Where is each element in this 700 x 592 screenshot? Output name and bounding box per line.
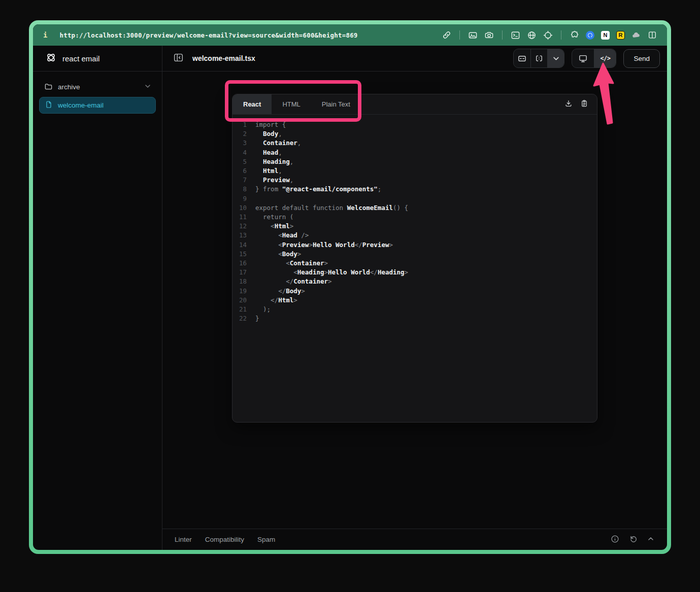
- code-line: 15 <Body>: [232, 250, 597, 259]
- code-line: 17 <Heading>Hello World</Heading>: [232, 268, 597, 277]
- code-line: 18 </Container>: [232, 277, 597, 286]
- code-line: 12 <Html>: [232, 222, 597, 231]
- sidebar-item-welcome-email[interactable]: welcome-email: [39, 97, 156, 114]
- viewport-controls-group: [513, 49, 564, 68]
- code-line: 4 Head,: [232, 148, 597, 157]
- chevron-up-icon[interactable]: [647, 535, 654, 544]
- status-bar-actions: [611, 535, 654, 545]
- viewport-width-button[interactable]: [514, 49, 530, 67]
- file-icon: [45, 100, 53, 110]
- code-line: 11 return (: [232, 213, 597, 222]
- code-line: 7 Preview,: [232, 176, 597, 185]
- code-panel-actions: [564, 94, 597, 114]
- split-view-icon[interactable]: [648, 30, 657, 40]
- react-email-app: react email archive welcome-email: [33, 46, 667, 550]
- code-line: 13 <Head />: [232, 231, 597, 240]
- code-line: 5 Heading,: [232, 157, 597, 166]
- page-title: welcome-email.tsx: [192, 54, 255, 62]
- info-icon: i: [43, 31, 47, 39]
- code-line: 9: [232, 194, 597, 203]
- source-code-panel: React HTML Plain Text 1import {2 Body,3 …: [232, 94, 597, 423]
- toolbar-divider: [459, 30, 460, 40]
- chevron-down-icon[interactable]: [145, 83, 151, 91]
- code-line: 2 Body,: [232, 129, 597, 138]
- address-url[interactable]: http://localhost:3000/preview/welcome-em…: [59, 31, 357, 39]
- sidebar: react email archive welcome-email: [33, 46, 162, 550]
- cloud-icon[interactable]: [631, 30, 641, 40]
- camera-icon[interactable]: [484, 30, 494, 40]
- code-line: 8} from "@react-email/components";: [232, 185, 597, 194]
- code-line: 20 </Html>: [232, 296, 597, 305]
- folder-icon: [44, 82, 53, 92]
- tab-spam[interactable]: Spam: [257, 536, 275, 543]
- preview-content: React HTML Plain Text 1import {2 Body,3 …: [162, 72, 667, 529]
- tab-linter[interactable]: Linter: [175, 536, 192, 543]
- collapse-sidebar-icon[interactable]: [173, 52, 184, 65]
- viewport-dimensions-button[interactable]: [530, 49, 547, 67]
- react-email-logo-icon: [45, 52, 57, 65]
- source-format-tabs: React HTML Plain Text: [232, 94, 597, 115]
- code-line: 3 Container,: [232, 138, 597, 148]
- code-editor[interactable]: 1import {2 Body,3 Container,4 Head,5 Hea…: [232, 115, 597, 422]
- terminal-icon[interactable]: [511, 30, 520, 40]
- code-lines: 1import {2 Body,3 Container,4 Head,5 Hea…: [232, 120, 597, 323]
- tabbar-spacer: [361, 94, 564, 114]
- notion-icon[interactable]: N: [601, 31, 610, 40]
- send-button-label: Send: [634, 55, 650, 62]
- code-line: 1import {: [232, 120, 597, 129]
- r-extension-icon[interactable]: R: [616, 31, 625, 40]
- screenshot-icon[interactable]: [468, 30, 478, 40]
- status-bar: Linter Compatibility Spam: [162, 529, 667, 550]
- onepassword-icon[interactable]: [586, 31, 594, 40]
- code-icon: </>: [600, 55, 610, 62]
- refresh-icon[interactable]: [629, 535, 638, 545]
- toolbar-divider: [502, 30, 503, 40]
- tab-plain-text[interactable]: Plain Text: [311, 94, 361, 114]
- tab-react[interactable]: React: [232, 94, 272, 114]
- sidebar-header: react email: [33, 46, 162, 72]
- window-frame: i http://localhost:3000/preview/welcome-…: [29, 20, 671, 554]
- browser-window: i http://localhost:3000/preview/welcome-…: [33, 24, 667, 550]
- browser-address-bar: i http://localhost:3000/preview/welcome-…: [33, 24, 667, 46]
- code-line: 10export default function WelcomeEmail()…: [232, 203, 597, 213]
- toolbar-divider: [561, 30, 561, 40]
- globe-icon[interactable]: [527, 30, 537, 40]
- code-line: 6 Html,: [232, 166, 597, 176]
- info-circle-icon[interactable]: [611, 535, 619, 545]
- desktop-view-button[interactable]: [572, 49, 594, 67]
- crosshair-icon[interactable]: [543, 30, 553, 40]
- code-line: 16 <Container>: [232, 259, 597, 268]
- send-button[interactable]: Send: [623, 49, 660, 68]
- sidebar-item-archive[interactable]: archive: [39, 79, 156, 95]
- code-line: 21 );: [232, 305, 597, 314]
- sidebar-item-label: welcome-email: [58, 101, 104, 109]
- view-mode-toggle-group: </>: [572, 49, 616, 68]
- brand-name: react email: [62, 54, 99, 63]
- code-line: 19 </Body>: [232, 287, 597, 296]
- code-line: 14 <Preview>Hello World</Preview>: [232, 240, 597, 250]
- sidebar-item-label: archive: [58, 83, 80, 91]
- viewport-dropdown-button[interactable]: [547, 49, 564, 67]
- sidebar-nav: archive welcome-email: [33, 72, 162, 121]
- link-icon[interactable]: [442, 30, 451, 40]
- copy-clipboard-icon[interactable]: [580, 99, 588, 110]
- main-area: welcome-email.tsx </> Send: [162, 46, 667, 550]
- tab-html[interactable]: HTML: [272, 94, 311, 114]
- extensions-puzzle-icon[interactable]: [570, 30, 579, 40]
- tab-compatibility[interactable]: Compatibility: [205, 536, 244, 543]
- browser-toolbar-icons: N R: [442, 30, 657, 40]
- code-line: 22}: [232, 314, 597, 323]
- download-icon[interactable]: [564, 99, 573, 110]
- code-view-toggle-button[interactable]: </>: [594, 49, 616, 67]
- main-header: welcome-email.tsx </> Send: [162, 46, 667, 72]
